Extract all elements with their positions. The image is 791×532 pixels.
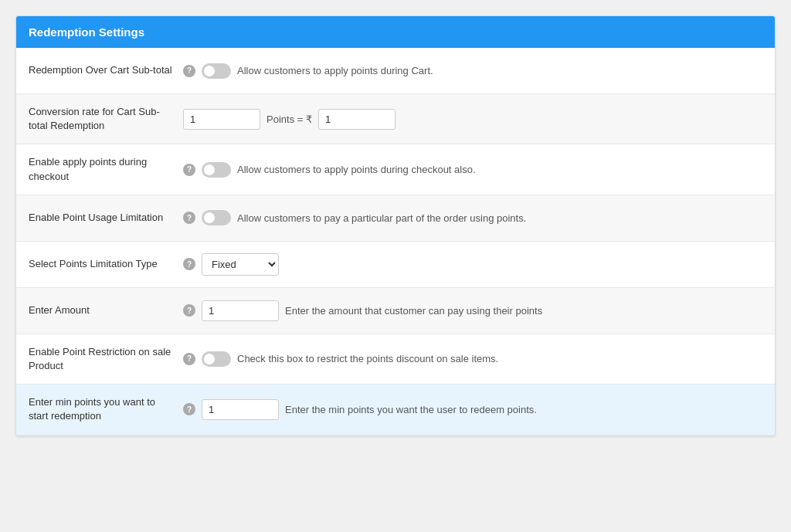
row-control-enable-point-usage: ?Allow customers to pay a particular par… [183,210,762,225]
row-label-conversion-rate: Conversion rate for Cart Sub-total Redem… [29,105,183,133]
rows-container: Redemption Over Cart Sub-total?Allow cus… [16,48,775,435]
desc-redemption-over-cart: Allow customers to apply points during C… [237,65,433,76]
row-control-conversion-rate: Points = ₹ [183,109,762,130]
amount-input-enter-min-points[interactable] [202,399,279,420]
help-icon-redemption-over-cart[interactable]: ? [183,65,195,77]
row-control-select-points-limitation: ?FixedPercentage [183,253,762,276]
help-icon-enable-apply-points[interactable]: ? [183,164,195,176]
help-icon-enter-amount[interactable]: ? [183,304,195,317]
desc-enable-apply-points: Allow customers to apply points during c… [237,164,476,175]
settings-row-conversion-rate: Conversion rate for Cart Sub-total Redem… [16,94,775,144]
conversion-input-points-conversion-rate[interactable] [183,109,260,130]
desc-enable-point-usage: Allow customers to pay a particular part… [237,212,526,224]
settings-row-redemption-over-cart: Redemption Over Cart Sub-total?Allow cus… [16,48,775,94]
toggle-enable-apply-points[interactable] [202,162,231,178]
card-header: Redemption Settings [16,16,775,48]
row-label-enter-amount: Enter Amount [29,303,183,317]
select-select-points-limitation[interactable]: FixedPercentage [202,253,279,276]
row-control-enable-point-restriction: ?Check this box to restrict the points d… [183,351,762,367]
settings-row-enable-apply-points: Enable apply points during checkout?Allo… [16,144,775,195]
row-control-enable-apply-points: ?Allow customers to apply points during … [183,162,762,178]
points-label-conversion-rate: Points = ₹ [266,114,312,125]
help-icon-enter-min-points[interactable]: ? [183,403,195,415]
row-control-redemption-over-cart: ?Allow customers to apply points during … [183,63,762,79]
conversion-input-amount-conversion-rate[interactable] [318,109,396,130]
toggle-enable-point-restriction[interactable] [202,351,231,367]
help-icon-select-points-limitation[interactable]: ? [183,258,195,270]
row-label-enable-point-restriction: Enable Point Restriction on sale Product [29,345,183,373]
settings-row-enter-min-points: Enter min points you want to start redem… [16,385,775,435]
amount-input-enter-amount[interactable] [202,300,279,321]
settings-card: Redemption Settings Redemption Over Cart… [15,15,776,436]
toggle-enable-point-usage[interactable] [202,210,231,225]
settings-row-enable-point-usage: Enable Point Usage Limitation?Allow cust… [16,195,775,242]
row-label-enable-point-usage: Enable Point Usage Limitation [29,211,183,225]
desc-enter-min-points: Enter the min points you want the user t… [285,404,537,415]
row-label-redemption-over-cart: Redemption Over Cart Sub-total [29,63,183,77]
card-title: Redemption Settings [29,25,144,39]
row-label-enter-min-points: Enter min points you want to start redem… [29,395,183,423]
settings-row-enable-point-restriction: Enable Point Restriction on sale Product… [16,334,775,385]
help-icon-enable-point-restriction[interactable]: ? [183,353,195,365]
toggle-redemption-over-cart[interactable] [202,63,231,79]
desc-enable-point-restriction: Check this box to restrict the points di… [237,353,498,364]
row-control-enter-amount: ?Enter the amount that customer can pay … [183,300,762,321]
help-icon-enable-point-usage[interactable]: ? [183,212,195,224]
row-control-enter-min-points: ?Enter the min points you want the user … [183,399,762,420]
row-label-select-points-limitation: Select Points Limitation Type [29,257,183,271]
settings-row-enter-amount: Enter Amount?Enter the amount that custo… [16,288,775,334]
desc-enter-amount: Enter the amount that customer can pay u… [285,305,542,317]
row-label-enable-apply-points: Enable apply points during checkout [29,155,183,183]
settings-row-select-points-limitation: Select Points Limitation Type?FixedPerce… [16,242,775,288]
